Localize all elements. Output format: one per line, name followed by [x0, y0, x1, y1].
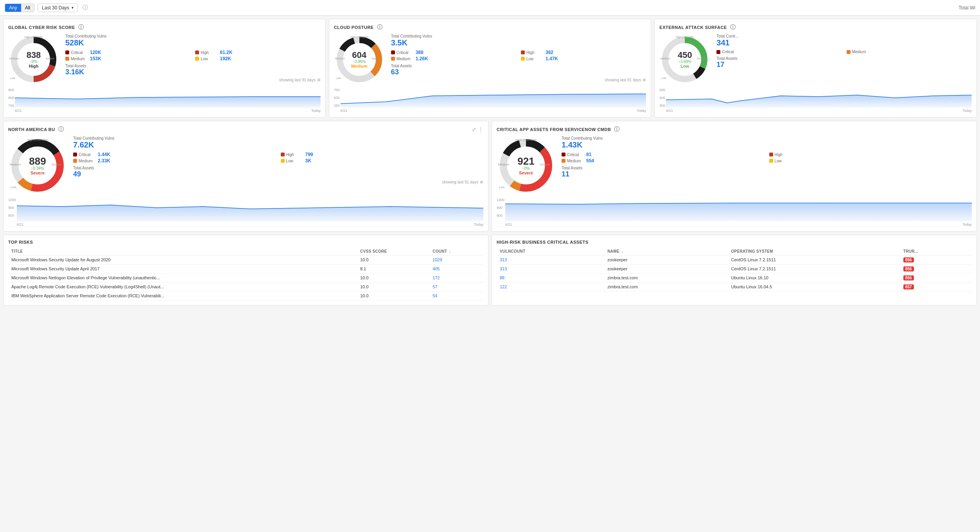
north-america-center: 889 ↑0.34% Severe — [29, 156, 46, 175]
svg-text:Low: Low — [499, 185, 505, 189]
svg-text:Medium: Medium — [661, 57, 670, 60]
table-row: IBM WebSphere Application Server Remote … — [8, 291, 483, 300]
table-row: 88 zimbra.test.com Ubuntu Linux 16.10 85… — [497, 273, 972, 282]
more-icon[interactable]: ⋮ — [478, 126, 483, 133]
cloud-posture-card: CLOUD POSTURE ⓘ High (700-849) Severe Lo… — [329, 19, 652, 118]
high-dot — [195, 50, 199, 54]
col-vulncount[interactable]: VULNCOUNT — [497, 248, 604, 255]
date-filter-label: Last 30 Days — [42, 5, 69, 11]
north-settings-icon[interactable]: ⚙ — [480, 180, 483, 184]
tag-filter[interactable]: Any All — [5, 4, 34, 12]
cloud-posture-donut: High (700-849) Severe Low Medium 604 ↑3.… — [334, 34, 385, 85]
svg-text:Medium: Medium — [498, 163, 509, 166]
svg-text:Severe: Severe — [46, 57, 54, 60]
cloud-posture-stats: Total Contributing Vulns 3.5K Critical 3… — [391, 34, 646, 82]
external-attack-score-section: High (700-849) Severe Low Medium 450 ↑3.… — [659, 34, 972, 85]
cloud-posture-score-section: High (700-849) Severe Low Medium 604 ↑3.… — [334, 34, 646, 85]
north-america-actions[interactable]: ⤢ ⋮ — [472, 126, 483, 133]
svg-text:Medium: Medium — [9, 57, 19, 60]
chevron-down-icon: ▾ — [72, 5, 74, 10]
critical-app-score-section: High (700-849) Severe Low Medium 921 ↑0%… — [497, 136, 972, 195]
external-attack-donut: High (700-849) Severe Low Medium 450 ↑3.… — [659, 34, 710, 85]
global-risk-info-icon[interactable]: ⓘ — [78, 24, 84, 31]
svg-text:High (700-849): High (700-849) — [350, 36, 368, 39]
col-title[interactable]: TITLE — [8, 248, 357, 255]
col-os[interactable]: OPERATING SYSTEM — [728, 248, 900, 255]
top-risks-table: TITLE CVSS SCORE COUNT ↓ Microsoft Windo… — [8, 248, 483, 300]
cloud-posture-info-icon[interactable]: ⓘ — [377, 24, 383, 31]
col-cvss[interactable]: CVSS SCORE — [357, 248, 429, 255]
col-count[interactable]: COUNT ↓ — [429, 248, 483, 255]
cloud-posture-title: CLOUD POSTURE ⓘ — [334, 24, 646, 31]
medium-dot — [65, 57, 69, 61]
sort-down-icon-2: ↓ — [621, 250, 623, 253]
svg-text:Severe: Severe — [697, 57, 705, 60]
critical-app-sparkline: 1000 900 800 — [497, 198, 972, 226]
global-risk-severity-grid: Critical 120K High 61.2K Medium 153K — [65, 50, 321, 61]
cloud-posture-severity-grid: Critical 388 High 362 Medium 1.26K — [391, 50, 646, 61]
critical-dot — [65, 50, 69, 54]
external-attack-info-icon[interactable]: ⓘ — [730, 24, 736, 31]
north-america-sparkline: 1000 900 800 — [8, 198, 483, 226]
expand-icon[interactable]: ⤢ — [472, 126, 476, 133]
critical-app-title: CRITICAL APP ASSETS FROM SERVICENOW CMDB… — [497, 126, 972, 133]
global-risk-donut: High (700-849) Severe Low Medium 838 ↑0%… — [8, 34, 59, 85]
critical-app-info-icon[interactable]: ⓘ — [614, 126, 620, 133]
table-row: Microsoft Windows Netlogon Elevation of … — [8, 273, 483, 282]
sort-down-icon: ↓ — [449, 250, 451, 253]
critical-app-card: CRITICAL APP ASSETS FROM SERVICENOW CMDB… — [492, 121, 977, 232]
north-america-card: NORTH AMERICA BU ⓘ ⤢ ⋮ High (700-849) — [3, 121, 488, 232]
svg-text:High (700-849): High (700-849) — [25, 36, 43, 39]
date-filter[interactable]: Last 30 Days ▾ — [38, 4, 78, 12]
svg-text:High (700-849): High (700-849) — [676, 36, 694, 39]
svg-text:Low: Low — [10, 77, 16, 79]
svg-text:High (700-849): High (700-849) — [515, 138, 537, 142]
sev-low: Low 192K — [195, 56, 320, 61]
svg-text:Low: Low — [336, 77, 341, 79]
row-2: NORTH AMERICA BU ⓘ ⤢ ⋮ High (700-849) — [3, 121, 977, 232]
top-bar: Any All Last 30 Days ▾ ⓘ Total Wi — [0, 0, 980, 16]
svg-text:Severe: Severe — [371, 57, 380, 60]
external-attack-center: 450 ↑3.69% Low — [678, 51, 692, 68]
svg-text:Low: Low — [661, 77, 667, 79]
all-button[interactable]: All — [21, 4, 34, 12]
top-risks-section: TOP RISKS TITLE CVSS SCORE COUNT ↓ Micro… — [3, 235, 488, 306]
table-row: Microsoft Windows Security Update for Au… — [8, 255, 483, 264]
dashboard: GLOBAL CYBER RISK SCORE ⓘ — [0, 16, 980, 309]
settings-icon[interactable]: ⚙ — [317, 78, 321, 82]
col-name[interactable]: NAME ↓ — [604, 248, 728, 255]
any-button[interactable]: Any — [5, 4, 21, 12]
svg-text:Severe: Severe — [540, 163, 550, 166]
svg-text:Severe: Severe — [52, 163, 62, 166]
table-row: 313 zookeeper CentOS Linux 7.2.1511 856 — [497, 255, 972, 264]
total-wi-label: Total Wi — [958, 5, 975, 11]
global-risk-title: GLOBAL CYBER RISK SCORE ⓘ — [8, 24, 321, 31]
low-dot — [195, 57, 199, 61]
north-america-showing: showing last 91 days ⚙ — [73, 180, 483, 184]
table-row: 313 zookeeper CentOS Linux 7.2.1511 856 — [497, 264, 972, 273]
global-risk-showing: showing last 91 days ⚙ — [65, 78, 321, 82]
svg-text:High (700-849): High (700-849) — [27, 138, 48, 142]
svg-text:Medium: Medium — [335, 57, 345, 60]
critical-app-donut: High (700-849) Severe Low Medium 921 ↑0%… — [497, 136, 555, 195]
north-america-donut: High (700-849) Severe Low Medium 889 ↑0.… — [8, 136, 67, 195]
critical-app-stats: Total Contributing Vulns 1.43K Critical … — [562, 136, 972, 178]
external-attack-sparkline: 500 400 300 — [659, 88, 972, 113]
info-icon[interactable]: ⓘ — [83, 4, 88, 11]
north-america-info-icon[interactable]: ⓘ — [58, 126, 64, 133]
table-row: Apache Log4j Remote Code Execution (RCE)… — [8, 282, 483, 291]
external-attack-title: EXTERNAL ATTACK SURFACE ⓘ — [659, 24, 972, 31]
table-row: 122 zimbra.test.com Ubuntu Linux 16.04.5… — [497, 282, 972, 291]
external-attack-card: EXTERNAL ATTACK SURFACE ⓘ High (700-849)… — [654, 19, 977, 118]
sev-critical: Critical 120K — [65, 50, 190, 55]
high-risk-table: VULNCOUNT NAME ↓ OPERATING SYSTEM TRUR..… — [497, 248, 972, 291]
col-trur[interactable]: TRUR... — [900, 248, 972, 255]
cloud-settings-icon[interactable]: ⚙ — [643, 78, 646, 82]
table-row: Microsoft Windows Security Update April … — [8, 264, 483, 273]
cloud-posture-center: 604 ↑3.96% Medium — [351, 51, 368, 68]
global-risk-score-section: High (700-849) Severe Low Medium 838 ↑0%… — [8, 34, 321, 85]
sev-high: High 61.2K — [195, 50, 320, 55]
global-risk-center: 838 ↑0% High — [27, 51, 41, 68]
sev-medium: Medium 153K — [65, 56, 190, 61]
north-america-stats: Total Contributing Vulns 7.62K Critical … — [73, 136, 483, 184]
